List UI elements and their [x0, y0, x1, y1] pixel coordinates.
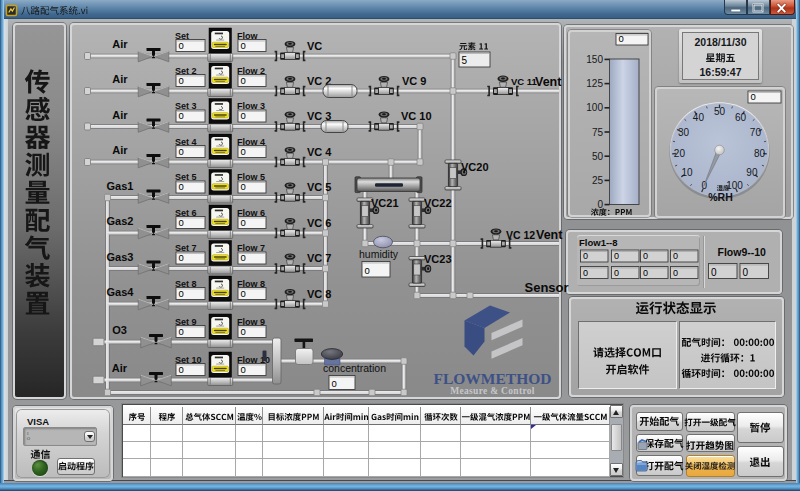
svg-text:0: 0: [179, 181, 184, 192]
svg-text:30: 30: [678, 127, 690, 138]
svg-text:VC 11: VC 11: [511, 76, 538, 87]
svg-text:0: 0: [332, 378, 337, 389]
svg-text:VC 4: VC 4: [307, 146, 332, 158]
svg-text:0: 0: [673, 268, 678, 278]
svg-text:90: 90: [746, 167, 758, 178]
svg-text:5: 5: [462, 55, 468, 66]
svg-text:humidity: humidity: [359, 248, 399, 260]
svg-text:VC 10: VC 10: [401, 110, 432, 122]
svg-text:0: 0: [583, 268, 588, 278]
svg-text:Air: Air: [112, 362, 128, 374]
svg-text:%RH: %RH: [708, 191, 733, 203]
svg-text:Air: Air: [112, 38, 128, 50]
svg-text:VC 7: VC 7: [307, 252, 331, 264]
svg-text:80: 80: [754, 148, 766, 159]
svg-text:0: 0: [179, 288, 184, 299]
svg-text:concentration: concentration: [323, 362, 386, 374]
svg-text:VC 12: VC 12: [506, 229, 535, 241]
svg-text:0: 0: [241, 217, 246, 228]
svg-text:Measure & Control: Measure & Control: [450, 386, 534, 396]
svg-text:0: 0: [241, 75, 246, 86]
svg-text:Vent: Vent: [535, 75, 562, 89]
svg-text:0: 0: [673, 251, 678, 261]
svg-text:Air: Air: [112, 144, 128, 156]
svg-text:VC23: VC23: [424, 253, 452, 265]
svg-text:0: 0: [241, 146, 246, 157]
svg-text:0: 0: [241, 110, 246, 121]
svg-text:VC22: VC22: [424, 197, 452, 209]
svg-text:0: 0: [702, 180, 708, 191]
svg-text:0: 0: [179, 146, 184, 157]
svg-text:60: 60: [735, 112, 747, 123]
svg-text:0: 0: [597, 199, 603, 210]
svg-text:0: 0: [179, 217, 184, 228]
svg-text:VC20: VC20: [461, 161, 489, 173]
svg-text:20: 20: [674, 148, 686, 159]
svg-text:0: 0: [179, 326, 184, 337]
svg-text:FLOWMETHOD: FLOWMETHOD: [434, 370, 552, 387]
svg-text:Gas3: Gas3: [107, 251, 134, 263]
svg-text:Gas1: Gas1: [107, 180, 134, 192]
svg-text:0: 0: [241, 288, 246, 299]
svg-text:0: 0: [179, 364, 184, 375]
svg-text:Flow1--8: Flow1--8: [579, 237, 618, 248]
svg-text:Sensor: Sensor: [525, 280, 569, 295]
svg-text:16:59:47: 16:59:47: [699, 66, 741, 78]
svg-text:Air: Air: [112, 109, 128, 121]
svg-text:VC 5: VC 5: [307, 181, 331, 193]
svg-text:Gas4: Gas4: [107, 286, 135, 298]
svg-text:0: 0: [241, 181, 246, 192]
svg-text:50: 50: [714, 106, 726, 117]
svg-text:Flow9--10: Flow9--10: [718, 246, 767, 258]
svg-text:0: 0: [619, 33, 624, 44]
svg-text:0: 0: [241, 252, 246, 263]
svg-text:0: 0: [583, 251, 588, 261]
svg-text:2018/11/30: 2018/11/30: [695, 36, 747, 48]
svg-text:0: 0: [365, 265, 370, 276]
svg-text:0: 0: [179, 252, 184, 263]
svg-text:VC 9: VC 9: [402, 75, 426, 87]
svg-text:0: 0: [711, 267, 717, 278]
svg-text:Gas2: Gas2: [107, 215, 134, 227]
svg-text:0: 0: [614, 268, 619, 278]
svg-text:125: 125: [586, 78, 603, 89]
svg-text:VC: VC: [307, 40, 322, 52]
svg-text:O: O: [27, 436, 31, 441]
svg-text:0: 0: [614, 251, 619, 261]
svg-text:10: 10: [682, 167, 694, 178]
svg-text:0: 0: [643, 251, 648, 261]
svg-text:0: 0: [179, 40, 184, 51]
svg-text:0: 0: [743, 267, 749, 278]
svg-text:100: 100: [586, 102, 603, 113]
svg-text:VC 8: VC 8: [307, 288, 331, 300]
svg-text:40: 40: [693, 112, 705, 123]
svg-text:O3: O3: [112, 324, 127, 336]
svg-text:VC21: VC21: [371, 197, 399, 209]
svg-text:0: 0: [179, 75, 184, 86]
svg-text:0: 0: [751, 91, 756, 102]
svg-text:0: 0: [241, 326, 246, 337]
svg-text:Air: Air: [112, 73, 128, 85]
svg-text:75: 75: [592, 127, 604, 138]
svg-text:25: 25: [592, 175, 604, 186]
svg-text:VC 6: VC 6: [307, 217, 331, 229]
svg-text:50: 50: [592, 151, 604, 162]
svg-text:150: 150: [586, 54, 603, 65]
svg-text:70: 70: [750, 127, 762, 138]
svg-text:Vent: Vent: [536, 228, 563, 242]
svg-text:0: 0: [241, 40, 246, 51]
svg-text:0: 0: [241, 364, 246, 375]
svg-text:0: 0: [643, 268, 648, 278]
svg-text:0: 0: [179, 110, 184, 121]
svg-text:VISA: VISA: [27, 416, 49, 427]
